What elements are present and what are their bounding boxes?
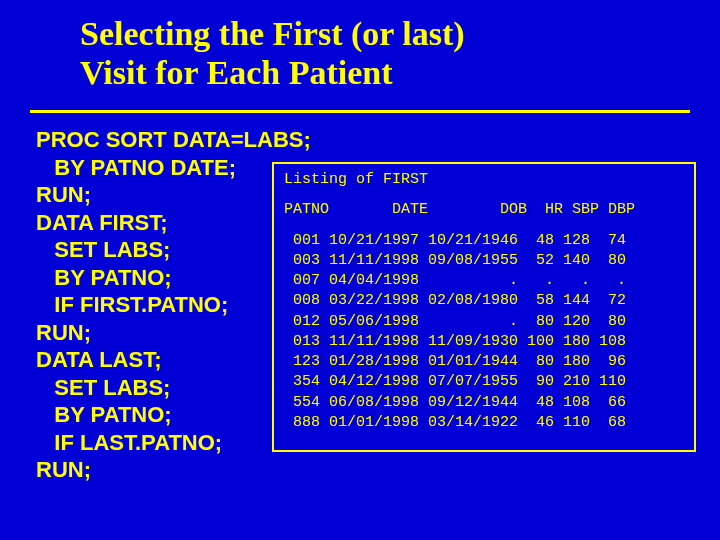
table-row: 008 03/22/1998 02/08/1980 58 144 72: [284, 291, 684, 311]
title-underline: [30, 110, 690, 113]
slide: Selecting the First (or last) Visit for …: [0, 0, 720, 540]
slide-body: PROC SORT DATA=LABS; BY PATNO DATE; RUN;…: [36, 126, 690, 530]
table-row: 003 11/11/1998 09/08/1955 52 140 80: [284, 251, 684, 271]
table-row: 554 06/08/1998 09/12/1944 48 108 66: [284, 393, 684, 413]
table-row: 123 01/28/1998 01/01/1944 80 180 96: [284, 352, 684, 372]
listing-title: Listing of FIRST: [284, 170, 684, 190]
title-line-1: Selecting the First (or last): [80, 14, 720, 53]
table-row: 013 11/11/1998 11/09/1930 100 180 108: [284, 332, 684, 352]
table-row: 354 04/12/1998 07/07/1955 90 210 110: [284, 372, 684, 392]
listing-output-box: Listing of FIRST PATNO DATE DOB HR SBP D…: [272, 162, 696, 452]
listing-header: PATNO DATE DOB HR SBP DBP: [284, 200, 684, 220]
title-line-2: Visit for Each Patient: [80, 53, 720, 92]
table-row: 007 04/04/1998 . . . .: [284, 271, 684, 291]
table-row: 012 05/06/1998 . 80 120 80: [284, 312, 684, 332]
slide-title: Selecting the First (or last) Visit for …: [0, 0, 720, 100]
table-row: 888 01/01/1998 03/14/1922 46 110 68: [284, 413, 684, 433]
table-row: 001 10/21/1997 10/21/1946 48 128 74: [284, 231, 684, 251]
